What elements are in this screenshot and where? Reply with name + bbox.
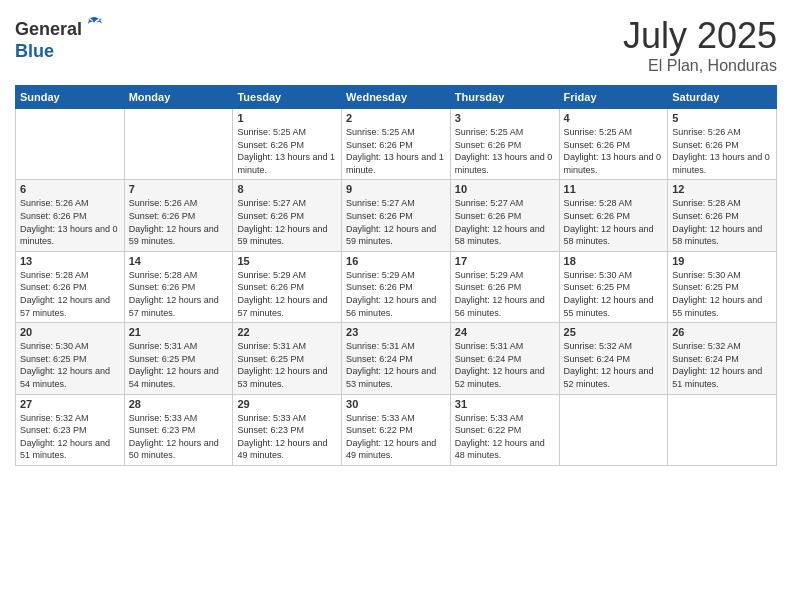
day-number: 27 [20, 398, 120, 410]
calendar-header-row: SundayMondayTuesdayWednesdayThursdayFrid… [16, 86, 777, 109]
location-title: El Plan, Honduras [623, 57, 777, 75]
calendar-cell: 30Sunrise: 5:33 AM Sunset: 6:22 PM Dayli… [342, 394, 451, 465]
calendar-cell: 8Sunrise: 5:27 AM Sunset: 6:26 PM Daylig… [233, 180, 342, 251]
calendar-cell: 27Sunrise: 5:32 AM Sunset: 6:23 PM Dayli… [16, 394, 125, 465]
calendar-cell: 10Sunrise: 5:27 AM Sunset: 6:26 PM Dayli… [450, 180, 559, 251]
page: General Blue July 2025 El Plan, Honduras… [0, 0, 792, 612]
day-info: Sunrise: 5:28 AM Sunset: 6:26 PM Dayligh… [564, 197, 664, 247]
calendar-cell: 14Sunrise: 5:28 AM Sunset: 6:26 PM Dayli… [124, 251, 233, 322]
day-info: Sunrise: 5:32 AM Sunset: 6:23 PM Dayligh… [20, 412, 120, 462]
calendar-cell: 13Sunrise: 5:28 AM Sunset: 6:26 PM Dayli… [16, 251, 125, 322]
calendar-cell: 21Sunrise: 5:31 AM Sunset: 6:25 PM Dayli… [124, 323, 233, 394]
day-number: 18 [564, 255, 664, 267]
title-block: July 2025 El Plan, Honduras [623, 15, 777, 75]
day-number: 2 [346, 112, 446, 124]
calendar-cell: 26Sunrise: 5:32 AM Sunset: 6:24 PM Dayli… [668, 323, 777, 394]
calendar-cell [559, 394, 668, 465]
day-info: Sunrise: 5:30 AM Sunset: 6:25 PM Dayligh… [672, 269, 772, 319]
day-number: 30 [346, 398, 446, 410]
calendar-cell: 4Sunrise: 5:25 AM Sunset: 6:26 PM Daylig… [559, 109, 668, 180]
day-number: 16 [346, 255, 446, 267]
calendar-cell: 17Sunrise: 5:29 AM Sunset: 6:26 PM Dayli… [450, 251, 559, 322]
calendar-cell [124, 109, 233, 180]
calendar-cell [668, 394, 777, 465]
calendar-cell: 9Sunrise: 5:27 AM Sunset: 6:26 PM Daylig… [342, 180, 451, 251]
calendar-cell: 18Sunrise: 5:30 AM Sunset: 6:25 PM Dayli… [559, 251, 668, 322]
calendar-cell: 12Sunrise: 5:28 AM Sunset: 6:26 PM Dayli… [668, 180, 777, 251]
weekday-header-friday: Friday [559, 86, 668, 109]
calendar-cell: 2Sunrise: 5:25 AM Sunset: 6:26 PM Daylig… [342, 109, 451, 180]
day-info: Sunrise: 5:26 AM Sunset: 6:26 PM Dayligh… [129, 197, 229, 247]
calendar-cell [16, 109, 125, 180]
day-info: Sunrise: 5:26 AM Sunset: 6:26 PM Dayligh… [672, 126, 772, 176]
day-number: 21 [129, 326, 229, 338]
day-info: Sunrise: 5:27 AM Sunset: 6:26 PM Dayligh… [346, 197, 446, 247]
calendar-week-row: 6Sunrise: 5:26 AM Sunset: 6:26 PM Daylig… [16, 180, 777, 251]
day-info: Sunrise: 5:25 AM Sunset: 6:26 PM Dayligh… [346, 126, 446, 176]
calendar-cell: 28Sunrise: 5:33 AM Sunset: 6:23 PM Dayli… [124, 394, 233, 465]
day-number: 7 [129, 183, 229, 195]
day-number: 24 [455, 326, 555, 338]
day-number: 20 [20, 326, 120, 338]
day-number: 12 [672, 183, 772, 195]
day-number: 29 [237, 398, 337, 410]
day-number: 9 [346, 183, 446, 195]
calendar-cell: 5Sunrise: 5:26 AM Sunset: 6:26 PM Daylig… [668, 109, 777, 180]
day-number: 5 [672, 112, 772, 124]
day-info: Sunrise: 5:30 AM Sunset: 6:25 PM Dayligh… [20, 340, 120, 390]
day-info: Sunrise: 5:25 AM Sunset: 6:26 PM Dayligh… [455, 126, 555, 176]
day-info: Sunrise: 5:32 AM Sunset: 6:24 PM Dayligh… [672, 340, 772, 390]
day-info: Sunrise: 5:28 AM Sunset: 6:26 PM Dayligh… [129, 269, 229, 319]
day-number: 14 [129, 255, 229, 267]
calendar-cell: 19Sunrise: 5:30 AM Sunset: 6:25 PM Dayli… [668, 251, 777, 322]
day-info: Sunrise: 5:25 AM Sunset: 6:26 PM Dayligh… [564, 126, 664, 176]
day-number: 25 [564, 326, 664, 338]
calendar-cell: 6Sunrise: 5:26 AM Sunset: 6:26 PM Daylig… [16, 180, 125, 251]
day-info: Sunrise: 5:31 AM Sunset: 6:24 PM Dayligh… [455, 340, 555, 390]
day-number: 28 [129, 398, 229, 410]
day-info: Sunrise: 5:31 AM Sunset: 6:25 PM Dayligh… [237, 340, 337, 390]
day-info: Sunrise: 5:33 AM Sunset: 6:23 PM Dayligh… [129, 412, 229, 462]
calendar-cell: 3Sunrise: 5:25 AM Sunset: 6:26 PM Daylig… [450, 109, 559, 180]
calendar-cell: 15Sunrise: 5:29 AM Sunset: 6:26 PM Dayli… [233, 251, 342, 322]
calendar-cell: 25Sunrise: 5:32 AM Sunset: 6:24 PM Dayli… [559, 323, 668, 394]
calendar-cell: 1Sunrise: 5:25 AM Sunset: 6:26 PM Daylig… [233, 109, 342, 180]
calendar-week-row: 27Sunrise: 5:32 AM Sunset: 6:23 PM Dayli… [16, 394, 777, 465]
day-number: 26 [672, 326, 772, 338]
calendar-cell: 24Sunrise: 5:31 AM Sunset: 6:24 PM Dayli… [450, 323, 559, 394]
day-number: 23 [346, 326, 446, 338]
logo-blue-text: Blue [15, 41, 104, 62]
day-number: 13 [20, 255, 120, 267]
calendar-cell: 22Sunrise: 5:31 AM Sunset: 6:25 PM Dayli… [233, 323, 342, 394]
calendar: SundayMondayTuesdayWednesdayThursdayFrid… [15, 85, 777, 466]
day-info: Sunrise: 5:29 AM Sunset: 6:26 PM Dayligh… [455, 269, 555, 319]
logo-bird-icon [84, 15, 104, 35]
day-number: 6 [20, 183, 120, 195]
day-info: Sunrise: 5:25 AM Sunset: 6:26 PM Dayligh… [237, 126, 337, 176]
logo-text: General [15, 15, 104, 41]
logo: General Blue [15, 15, 104, 62]
calendar-week-row: 20Sunrise: 5:30 AM Sunset: 6:25 PM Dayli… [16, 323, 777, 394]
weekday-header-sunday: Sunday [16, 86, 125, 109]
day-number: 11 [564, 183, 664, 195]
header: General Blue July 2025 El Plan, Honduras [15, 15, 777, 75]
day-info: Sunrise: 5:28 AM Sunset: 6:26 PM Dayligh… [672, 197, 772, 247]
day-info: Sunrise: 5:32 AM Sunset: 6:24 PM Dayligh… [564, 340, 664, 390]
day-info: Sunrise: 5:33 AM Sunset: 6:22 PM Dayligh… [346, 412, 446, 462]
day-info: Sunrise: 5:31 AM Sunset: 6:25 PM Dayligh… [129, 340, 229, 390]
weekday-header-saturday: Saturday [668, 86, 777, 109]
day-info: Sunrise: 5:28 AM Sunset: 6:26 PM Dayligh… [20, 269, 120, 319]
calendar-cell: 23Sunrise: 5:31 AM Sunset: 6:24 PM Dayli… [342, 323, 451, 394]
calendar-cell: 11Sunrise: 5:28 AM Sunset: 6:26 PM Dayli… [559, 180, 668, 251]
month-title: July 2025 [623, 15, 777, 57]
day-number: 8 [237, 183, 337, 195]
weekday-header-tuesday: Tuesday [233, 86, 342, 109]
day-info: Sunrise: 5:30 AM Sunset: 6:25 PM Dayligh… [564, 269, 664, 319]
weekday-header-wednesday: Wednesday [342, 86, 451, 109]
weekday-header-monday: Monday [124, 86, 233, 109]
day-number: 10 [455, 183, 555, 195]
weekday-header-thursday: Thursday [450, 86, 559, 109]
calendar-week-row: 13Sunrise: 5:28 AM Sunset: 6:26 PM Dayli… [16, 251, 777, 322]
day-number: 3 [455, 112, 555, 124]
calendar-cell: 7Sunrise: 5:26 AM Sunset: 6:26 PM Daylig… [124, 180, 233, 251]
